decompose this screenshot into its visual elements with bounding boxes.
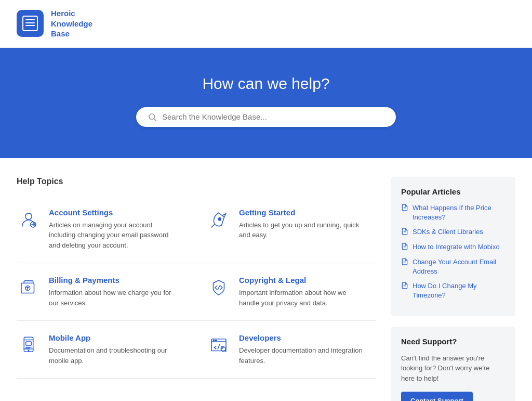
getting-started-text: Getting Started Articles to get you up a… (239, 208, 366, 240)
need-support-desc: Can't find the answer you're looking for… (401, 353, 505, 384)
account-settings-desc: Articles on managing your account includ… (49, 220, 181, 251)
hero-title: How can we help? (17, 75, 515, 93)
account-settings-text: Account Settings Articles on managing yo… (49, 208, 181, 251)
mobile-icon (17, 333, 41, 357)
copyright-desc: Important information about how we handl… (239, 288, 366, 308)
developers-title: Developers (239, 333, 366, 342)
topic-developers[interactable]: Developers Developer documentation and i… (196, 321, 376, 379)
getting-started-title: Getting Started (239, 208, 366, 217)
main-content: Help Topics Account Settings Articles on… (0, 158, 532, 402)
logo-icon (17, 10, 44, 37)
article-link-0[interactable]: What Happens If the Price Increases? (401, 203, 505, 222)
topics-grid: Account Settings Articles on managing yo… (17, 196, 376, 379)
article-text-2: How to Integrate with Mobixo (413, 242, 500, 252)
search-input[interactable] (162, 112, 384, 121)
developers-icon (207, 333, 231, 357)
search-bar[interactable] (136, 107, 396, 127)
getting-started-icon (207, 208, 231, 232)
svg-line-1 (154, 119, 156, 121)
need-support-title: Need Support? (401, 337, 505, 346)
billing-icon (17, 276, 41, 300)
article-text-4: How Do I Change My Timezone? (413, 281, 505, 300)
billing-desc: Information about how we charge you for … (49, 288, 181, 308)
help-topics-title: Help Topics (17, 177, 376, 186)
logo-text: Heroic Knowledge Base (51, 8, 92, 39)
developers-text: Developers Developer documentation and i… (239, 333, 366, 366)
popular-articles-title: Popular Articles (401, 187, 505, 196)
article-icon-0 (401, 204, 408, 213)
article-icon-1 (401, 228, 408, 237)
article-icon-3 (401, 258, 408, 267)
sidebar: Popular Articles What Happens If the Pri… (391, 177, 515, 402)
svg-line-7 (218, 286, 220, 290)
popular-articles-card: Popular Articles What Happens If the Pri… (391, 177, 515, 316)
article-link-2[interactable]: How to Integrate with Mobixo (401, 242, 505, 252)
article-link-4[interactable]: How Do I Change My Timezone? (401, 281, 505, 300)
copyright-title: Copyright & Legal (239, 276, 366, 284)
content-area: Help Topics Account Settings Articles on… (17, 177, 376, 402)
billing-text: Billing & Payments Information about how… (49, 276, 181, 308)
svg-rect-12 (26, 342, 32, 345)
contact-support-button[interactable]: Contact Support (401, 392, 473, 401)
article-link-3[interactable]: Change Your Account Email Address (401, 257, 505, 276)
search-icon (148, 112, 157, 122)
svg-point-4 (218, 217, 221, 220)
hero-section: How can we help? (0, 48, 532, 158)
account-settings-title: Account Settings (49, 208, 181, 217)
topic-billing[interactable]: Billing & Payments Information about how… (17, 263, 196, 321)
article-icon-2 (401, 243, 408, 252)
mobile-text: Mobile App Documentation and troubleshoo… (49, 333, 181, 366)
svg-point-16 (213, 340, 214, 341)
mobile-title: Mobile App (49, 333, 181, 342)
topic-copyright[interactable]: Copyright & Legal Important information … (196, 263, 376, 321)
mobile-desc: Documentation and troubleshooting our mo… (49, 345, 181, 366)
need-support-card: Need Support? Can't find the answer you'… (391, 327, 515, 401)
svg-rect-8 (24, 337, 33, 352)
svg-point-2 (25, 213, 32, 219)
article-icon-4 (401, 282, 408, 291)
article-text-0: What Happens If the Price Increases? (413, 203, 505, 222)
copyright-icon (207, 276, 231, 300)
article-text-1: SDKs & Client Libraries (413, 227, 483, 237)
developers-desc: Developer documentation and integration … (239, 345, 366, 366)
header: Heroic Knowledge Base (0, 0, 532, 48)
article-link-1[interactable]: SDKs & Client Libraries (401, 227, 505, 237)
topic-account-settings[interactable]: Account Settings Articles on managing yo… (17, 196, 196, 264)
topic-getting-started[interactable]: Getting Started Articles to get you up a… (196, 196, 376, 264)
getting-started-desc: Articles to get you up and running, quic… (239, 220, 366, 240)
svg-point-17 (216, 340, 217, 341)
billing-title: Billing & Payments (49, 276, 181, 284)
article-text-3: Change Your Account Email Address (413, 257, 505, 276)
svg-point-11 (28, 351, 29, 352)
account-settings-icon (17, 208, 41, 232)
copyright-text: Copyright & Legal Important information … (239, 276, 366, 308)
topic-mobile[interactable]: Mobile App Documentation and troubleshoo… (17, 321, 196, 379)
svg-line-18 (218, 344, 220, 349)
